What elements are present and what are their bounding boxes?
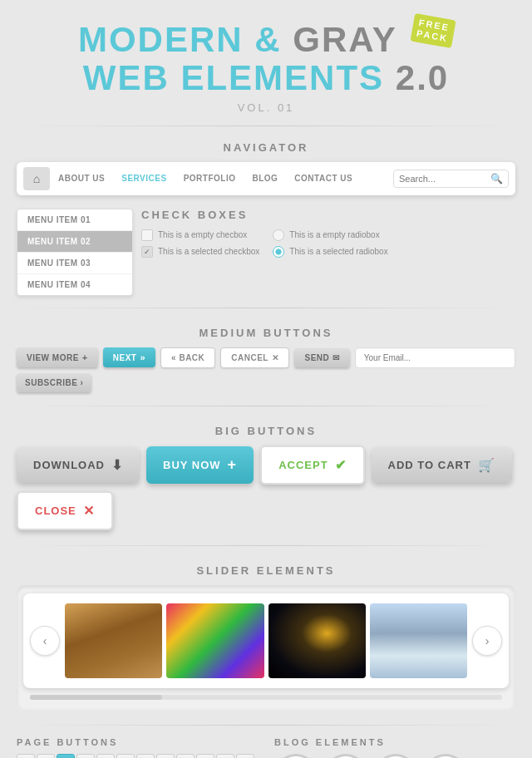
dropdown-item-2[interactable]: MENU ITEM 02: [17, 231, 132, 253]
divider-1: [17, 126, 515, 126]
page-2-button[interactable]: 2: [76, 754, 95, 758]
nav-item-contact[interactable]: CONTACT US: [286, 174, 361, 183]
title-modern: MODERN &: [78, 20, 282, 59]
send-button[interactable]: SEND ✉: [294, 348, 349, 367]
blog-elements-label: BLOG ELEMENTS: [274, 737, 515, 747]
dropdown-item-1[interactable]: MENU ITEM 01: [17, 209, 132, 231]
plus-icon: +: [82, 352, 88, 362]
slider-container: ‹ ›: [23, 593, 509, 688]
checkboxes-container: This is a empty checbox This is a select…: [141, 229, 515, 263]
slider-label: SLIDER ELEMENTS: [17, 553, 515, 585]
title-line2: WEB ELEMENTS 2.0: [78, 59, 454, 97]
slider-next-button[interactable]: ›: [472, 626, 502, 656]
cart-icon: 🛒: [478, 457, 495, 473]
page-8-button[interactable]: 8: [196, 754, 214, 758]
nav-item-about[interactable]: ABOUT US: [50, 174, 113, 183]
navigator-label: NAVIGATOR: [17, 130, 515, 162]
slider-progress-area: [23, 688, 509, 701]
nav-items: ABOUT US SERVICES PORTFOLIO BLOG CONTACT…: [50, 174, 393, 183]
close-button[interactable]: CLOSE ✕: [17, 491, 113, 530]
checkbox-row-1: This is a empty checbox: [141, 229, 259, 241]
send-icon: ✉: [332, 353, 340, 362]
radio-row-1: This is a empty radiobox: [273, 229, 387, 241]
nav-item-services[interactable]: SERVICES: [113, 174, 175, 183]
blog-date-1[interactable]: SEP 15 TH: [274, 754, 318, 758]
slider-image-3: [268, 603, 366, 678]
email-input[interactable]: [355, 347, 515, 368]
radio-checked[interactable]: [273, 246, 284, 258]
page-buttons-label: PAGE BUTTONS: [17, 737, 258, 747]
radio-row-2: This is a selected radiobox: [273, 246, 387, 258]
cancel-button[interactable]: CANCEL ✕: [220, 347, 289, 368]
page-9-button[interactable]: 9: [216, 754, 234, 758]
search-icon: 🔍: [490, 173, 503, 185]
slider-prev-button[interactable]: ‹: [30, 626, 60, 656]
chevron-right-icon: »: [140, 352, 145, 362]
checkbox-label-1: This is a empty checbox: [158, 230, 247, 239]
navigator-section: NAVIGATOR ⌂ ABOUT US SERVICES PORTFOLIO …: [0, 130, 532, 204]
page-7-button[interactable]: 7: [176, 754, 195, 758]
buynow-button[interactable]: BUY NOW +: [146, 446, 254, 484]
dropdown-item-4[interactable]: MENU ITEM 04: [17, 274, 132, 295]
checkboxes-label: CHECK BOXES: [141, 209, 515, 229]
slider-track[interactable]: [30, 695, 502, 700]
title-version: 2.0: [396, 58, 449, 97]
subscribe-button[interactable]: SUBSCRIBE ›: [17, 373, 91, 392]
medium-buttons-section: MEDIUM BUTTONS VIEW MORE + NEXT » « BACK…: [0, 312, 532, 402]
nav-bar: ⌂ ABOUT US SERVICES PORTFOLIO BLOG CONTA…: [17, 162, 515, 195]
dropdown-item-3[interactable]: MENU ITEM 03: [17, 253, 132, 274]
divider-2: [17, 308, 515, 308]
radio-group: This is a empty radiobox This is a selec…: [273, 229, 387, 263]
page-10-button[interactable]: 10: [236, 754, 254, 758]
radio-label-2: This is a selected radiobox: [289, 247, 387, 256]
title-gray: GRAY: [293, 20, 397, 59]
radio-empty[interactable]: [273, 229, 284, 241]
divider-4: [17, 545, 515, 546]
chevron-subscribe-icon: ›: [80, 378, 83, 387]
search-input[interactable]: [399, 174, 490, 184]
nav-search: 🔍: [393, 170, 509, 188]
nav-item-blog[interactable]: BLOG: [244, 174, 286, 183]
title-line1: MODERN & GRAY FREE PACK: [78, 17, 454, 59]
next-button[interactable]: NEXT »: [103, 347, 155, 367]
back-button[interactable]: « BACK: [160, 347, 215, 368]
check-icon: ✔: [335, 457, 347, 473]
big-buttons-label: BIG BUTTONS: [17, 413, 515, 445]
accept-button[interactable]: ACCEPT ✔: [260, 445, 364, 485]
addtocart-button[interactable]: ADD TO CART 🛒: [372, 447, 512, 483]
page-prev-button[interactable]: ‹: [37, 754, 55, 758]
slider-progress-bar: [30, 695, 162, 700]
checkbox-checked[interactable]: [141, 246, 153, 258]
checkboxes-area: CHECK BOXES This is a empty checbox This…: [141, 209, 515, 296]
slider-image-4: [370, 603, 467, 678]
big-buttons-row: DOWNLOAD ⬇ BUY NOW + ACCEPT ✔ ADD TO CAR…: [17, 445, 515, 530]
nav-home-button[interactable]: ⌂: [23, 167, 50, 190]
pagination: « ‹ 1 2 3 4 5 6 7 8 9 10 11 › »: [17, 754, 258, 758]
blog-dates: SEP 15 TH SEP 15 TH SEP 15 TH SEP 15 TH: [274, 754, 515, 758]
page-6-button[interactable]: 6: [156, 754, 175, 758]
download-button[interactable]: DOWNLOAD ⬇: [17, 447, 140, 483]
blog-date-4[interactable]: SEP 15 TH: [424, 754, 467, 758]
blog-date-2[interactable]: SEP 15 TH: [324, 754, 367, 758]
medium-buttons-row: VIEW MORE + NEXT » « BACK CANCEL ✕ SEND …: [17, 347, 515, 392]
blog-elements-area: BLOG ELEMENTS SEP 15 TH SEP 15 TH SEP 15…: [274, 737, 515, 758]
page-1-button[interactable]: 1: [57, 754, 75, 758]
checkbox-empty[interactable]: [141, 229, 153, 241]
page-buttons-area: PAGE BUTTONS « ‹ 1 2 3 4 5 6 7 8 9 10 11…: [17, 737, 258, 758]
slider-wrapper: ‹ ›: [17, 585, 515, 710]
radio-label-1: This is a empty radiobox: [289, 230, 379, 239]
slider-image-2: [166, 603, 264, 678]
vol-text: VOL. 01: [17, 101, 515, 114]
slider-section: SLIDER ELEMENTS ‹ ›: [0, 549, 532, 721]
blog-date-3[interactable]: SEP 15 TH: [374, 754, 417, 758]
free-badge: FREE PACK: [410, 13, 456, 49]
page-4-button[interactable]: 4: [116, 754, 135, 758]
page-5-button[interactable]: 5: [136, 754, 155, 758]
plus-big-icon: +: [228, 456, 238, 474]
view-more-button[interactable]: VIEW MORE +: [17, 347, 98, 367]
checkbox-label-2: This is a selected checkbox: [158, 247, 259, 256]
cancel-x-icon: ✕: [272, 353, 279, 362]
page-3-button[interactable]: 3: [96, 754, 115, 758]
nav-item-portfolio[interactable]: PORTFOLIO: [175, 174, 244, 183]
page-first-button[interactable]: «: [17, 754, 35, 758]
